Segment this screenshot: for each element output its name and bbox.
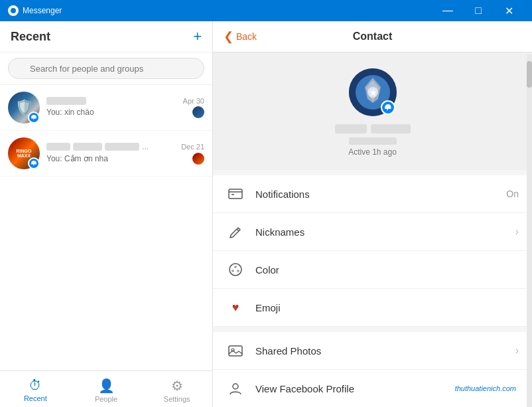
color-menu-item[interactable]: Color xyxy=(213,251,532,289)
close-button[interactable]: ✕ xyxy=(494,0,524,21)
app-title: Messenger xyxy=(23,6,62,15)
nav-recent-label: Recent xyxy=(24,394,47,402)
profile-name xyxy=(335,124,411,133)
search-input[interactable] xyxy=(8,58,204,79)
conv-last-message: You: xin chào xyxy=(46,108,190,117)
conv-date: Apr 30 xyxy=(183,97,204,105)
view-profile-icon xyxy=(226,379,245,398)
recent-title: Recent xyxy=(11,30,50,44)
messenger-badge xyxy=(28,157,40,169)
svg-point-13 xyxy=(232,270,234,272)
right-panel-scroll[interactable]: ★ Active 1h ago xyxy=(213,52,532,407)
left-panel: Recent + 🔍 🛡️ Apr 30 xyxy=(0,21,213,407)
conv-top: ... Dec 21 xyxy=(46,142,204,151)
emoji-icon: ♥ xyxy=(226,298,245,317)
svg-rect-14 xyxy=(229,346,242,356)
right-panel-header: ❮ Back Contact xyxy=(213,21,532,52)
nav-settings[interactable]: ⚙ Settings xyxy=(141,371,212,407)
chevron-right-icon: › xyxy=(515,345,519,357)
search-container: 🔍 xyxy=(0,52,212,85)
color-label: Color xyxy=(255,264,519,276)
main-container: Recent + 🔍 🛡️ Apr 30 xyxy=(0,21,532,407)
messenger-app-icon xyxy=(8,5,19,16)
color-icon xyxy=(226,260,245,279)
conv-date: Dec 21 xyxy=(181,143,204,151)
svg-rect-6 xyxy=(229,189,242,199)
svg-line-9 xyxy=(237,229,239,231)
messenger-badge xyxy=(28,112,40,123)
contact-menu-2: Shared Photos › View Facebook Profile th… xyxy=(213,332,532,407)
contact-profile: ★ Active 1h ago xyxy=(213,52,532,170)
scroll-thumb xyxy=(527,61,532,88)
contact-menu: Notifications On Nicknames › Color xyxy=(213,175,532,327)
nicknames-label: Nicknames xyxy=(255,226,505,238)
back-chevron-icon: ❮ xyxy=(224,29,233,44)
conv-bottom: You: xin chào xyxy=(46,106,204,118)
svg-point-10 xyxy=(230,264,241,276)
emoji-menu-item[interactable]: ♥ Emoji xyxy=(213,289,532,327)
conv-info: Apr 30 You: xin chào xyxy=(46,97,204,118)
svg-point-12 xyxy=(237,270,239,272)
scrollbar[interactable] xyxy=(527,54,532,407)
right-panel: ❮ Back Contact ★ xyxy=(213,21,532,407)
view-facebook-profile-label: View Facebook Profile xyxy=(255,383,444,394)
settings-icon: ⚙ xyxy=(171,378,183,394)
shared-photos-icon xyxy=(226,341,245,360)
shared-photos-label: Shared Photos xyxy=(255,345,505,357)
watermark: thuthuatienich.com xyxy=(455,384,519,392)
chevron-right-icon: › xyxy=(515,226,519,238)
sender-avatar-small xyxy=(192,153,204,165)
conv-last-message: You: Cảm ơn nha xyxy=(46,154,190,163)
emoji-label: Emoji xyxy=(255,302,519,313)
conv-top: Apr 30 xyxy=(46,97,204,105)
notifications-value: On xyxy=(506,189,519,199)
conversation-list: 🛡️ Apr 30 You: xin chào xyxy=(0,85,212,370)
avatar-wrap: 🛡️ xyxy=(8,92,40,123)
sender-avatar-small xyxy=(192,106,204,118)
back-button[interactable]: ❮ Back xyxy=(224,29,257,44)
recent-icon: ⏱ xyxy=(29,378,42,393)
conv-name-placeholder xyxy=(46,97,86,105)
title-bar: Messenger — □ ✕ xyxy=(0,0,532,21)
avatar-wrap: RINGOMAXX xyxy=(8,137,40,169)
search-wrapper: 🔍 xyxy=(8,58,204,79)
bottom-nav: ⏱ Recent 👤 People ⚙ Settings xyxy=(0,370,212,407)
conversation-item[interactable]: 🛡️ Apr 30 You: xin chào xyxy=(0,85,212,131)
notifications-label: Notifications xyxy=(255,189,496,200)
nicknames-menu-item[interactable]: Nicknames › xyxy=(213,213,532,251)
shared-photos-menu-item[interactable]: Shared Photos › xyxy=(213,332,532,370)
nicknames-icon xyxy=(226,222,245,241)
view-profile-menu-item[interactable]: View Facebook Profile thuthuatienich.com xyxy=(213,370,532,407)
notifications-icon xyxy=(226,185,245,203)
minimize-button[interactable]: — xyxy=(432,0,463,21)
nav-settings-label: Settings xyxy=(164,395,190,403)
conversation-item[interactable]: RINGOMAXX ... Dec 21 xyxy=(0,131,212,177)
left-panel-header: Recent + xyxy=(0,21,212,52)
people-icon: 👤 xyxy=(98,378,115,394)
profile-status: Active 1h ago xyxy=(348,147,397,157)
profile-avatar-wrap: ★ xyxy=(349,68,397,116)
svg-point-11 xyxy=(234,266,237,268)
maximize-button[interactable]: □ xyxy=(463,0,494,21)
back-label: Back xyxy=(236,31,257,42)
nav-people[interactable]: 👤 People xyxy=(71,371,142,407)
title-bar-title: Messenger xyxy=(8,5,62,16)
window-controls: — □ ✕ xyxy=(432,0,524,21)
notifications-menu-item[interactable]: Notifications On xyxy=(213,175,532,213)
svg-point-16 xyxy=(233,384,238,389)
conv-info: ... Dec 21 You: Cảm ơn nha xyxy=(46,142,204,165)
contact-panel-title: Contact xyxy=(353,31,393,42)
nav-people-label: People xyxy=(95,395,117,403)
nav-recent[interactable]: ⏱ Recent xyxy=(0,371,71,407)
profile-messenger-badge xyxy=(381,100,395,115)
conv-name-placeholder: ... xyxy=(46,142,149,151)
add-conversation-button[interactable]: + xyxy=(193,29,202,44)
conv-bottom: You: Cảm ơn nha xyxy=(46,153,204,165)
svg-text:★: ★ xyxy=(369,88,376,98)
